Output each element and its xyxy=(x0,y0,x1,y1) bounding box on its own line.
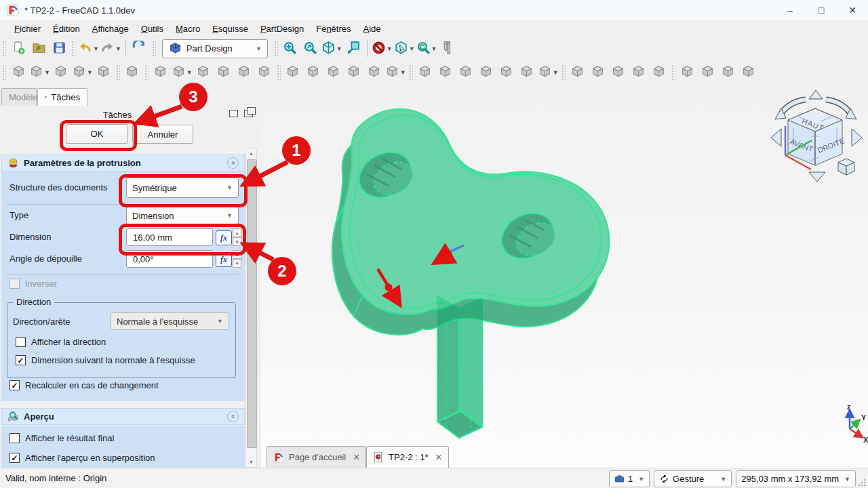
show-result-row[interactable]: Afficher le résultat final xyxy=(9,433,114,443)
measure-button[interactable] xyxy=(439,39,458,59)
fit-all-button[interactable] xyxy=(281,39,300,59)
clipping-plane-button[interactable]: ▼ xyxy=(372,39,393,59)
fillet-button[interactable] xyxy=(589,62,608,83)
show-preview-row[interactable]: Afficher l'aperçu en superposition xyxy=(9,453,155,463)
type-combobox[interactable]: Symétrique▼ xyxy=(126,178,239,198)
tab-model[interactable]: Modèle xyxy=(1,88,37,106)
ok-button[interactable]: OK xyxy=(66,124,128,144)
pad-parameters-header[interactable]: Paramètres de la protrusion » xyxy=(1,155,245,171)
undo-button[interactable]: ▼ xyxy=(78,39,99,59)
show-result-checkbox[interactable] xyxy=(9,433,20,443)
show-preview-checkbox[interactable] xyxy=(9,453,20,463)
close-tab-icon[interactable]: ✕ xyxy=(353,452,360,462)
menu-fentres[interactable]: Fenêtres xyxy=(310,22,357,35)
layer-selector[interactable]: 1▼ xyxy=(609,470,650,487)
tab-document-tp2-2[interactable]: TP2-2 : 1* ✕ xyxy=(366,446,448,468)
make-link-button[interactable]: ▼ xyxy=(72,62,93,83)
open-document-button[interactable] xyxy=(29,39,48,59)
view-dimensions-selector[interactable]: 295,03 mm x 173,92 mm▼ xyxy=(736,470,856,487)
additive-primitive-button[interactable]: ▼ xyxy=(385,62,406,83)
resize-grip[interactable] xyxy=(857,478,867,487)
dimension-input[interactable]: 16,00 mm xyxy=(126,228,213,246)
dock-panel-icon[interactable] xyxy=(229,110,238,117)
minimize-button[interactable]: – xyxy=(774,0,806,20)
save-document-button[interactable] xyxy=(50,39,68,59)
chamfer-button[interactable] xyxy=(609,62,628,83)
sketch-view-section-button[interactable] xyxy=(214,62,233,83)
tab-tasks[interactable]: Tâches xyxy=(37,88,87,106)
length-type-combobox[interactable]: Dimension▼ xyxy=(126,207,239,224)
expression-fx-button[interactable]: fx xyxy=(216,230,232,245)
maximize-button[interactable]: □ xyxy=(806,0,837,20)
redo-button[interactable]: ▼ xyxy=(100,39,121,59)
isometric-view-button[interactable]: ▼ xyxy=(321,39,342,59)
additive-helix-button[interactable] xyxy=(365,62,384,83)
menu-esquisse[interactable]: Esquisse xyxy=(206,22,254,35)
update-view-checkbox[interactable] xyxy=(9,380,20,390)
refresh-button[interactable] xyxy=(130,39,149,59)
validate-sketch-button[interactable] xyxy=(194,62,213,83)
edit-sketch-button[interactable]: ▼ xyxy=(172,62,193,83)
multi-transform-button[interactable] xyxy=(739,62,758,83)
whats-this-button[interactable] xyxy=(123,62,142,83)
model-head[interactable] xyxy=(332,109,609,335)
show-direction-checkbox[interactable] xyxy=(16,337,26,347)
3d-viewport[interactable]: HAUT AVANT DROITE z Y X Page d'accueil xyxy=(261,84,868,468)
subtractive-pipe-button[interactable] xyxy=(497,62,516,83)
box-selection-button[interactable]: ▼ xyxy=(394,39,415,59)
boolean-operation-button[interactable] xyxy=(568,62,587,83)
close-tab-icon[interactable]: ✕ xyxy=(435,452,443,462)
scrollbar-thumb[interactable] xyxy=(247,159,257,448)
menu-fichier[interactable]: Fichier xyxy=(8,22,47,35)
mirrored-button[interactable] xyxy=(698,62,717,83)
update-view-row[interactable]: Recalculer en cas de changement xyxy=(9,380,159,390)
taper-spinner[interactable]: ▲▼ xyxy=(233,250,241,268)
revolution-button[interactable] xyxy=(304,62,323,83)
polar-pattern-button[interactable] xyxy=(719,62,738,83)
menu-macro[interactable]: Macro xyxy=(170,22,206,35)
pocket-button[interactable] xyxy=(416,62,435,83)
additive-loft-button[interactable] xyxy=(324,62,343,83)
menu-dition[interactable]: Édition xyxy=(47,22,86,35)
thickness-button[interactable] xyxy=(650,62,669,83)
navigation-style-selector[interactable]: Gesture▼ xyxy=(654,470,732,487)
close-button[interactable]: ✕ xyxy=(837,0,868,20)
fit-selection-button[interactable] xyxy=(301,39,320,59)
along-normal-checkbox[interactable] xyxy=(16,355,26,365)
expression-fx-button[interactable]: fx xyxy=(216,252,232,267)
subtractive-helix-button[interactable] xyxy=(517,62,536,83)
taper-input[interactable]: 0,00° xyxy=(126,250,213,268)
tab-home-page[interactable]: Page d'accueil ✕ xyxy=(267,446,366,468)
panel-scrollbar[interactable]: ▲ ▼ xyxy=(245,148,257,468)
direction-edge-combobox[interactable]: Normale à l'esquisse▼ xyxy=(111,312,229,330)
view-rotate-button[interactable]: ▼ xyxy=(416,39,437,59)
create-datum-button[interactable]: ▼ xyxy=(29,62,50,83)
pad-button[interactable] xyxy=(283,62,302,83)
subtractive-primitive-button[interactable]: ▼ xyxy=(538,62,559,83)
along-normal-row[interactable]: Dimension suivant la normale à l'esquiss… xyxy=(16,355,195,365)
navigation-cube[interactable]: HAUT AVANT DROITE xyxy=(771,90,862,182)
new-document-button[interactable] xyxy=(9,39,28,59)
menu-affichage[interactable]: Affichage xyxy=(86,22,135,35)
reversed-checkbox[interactable] xyxy=(9,279,20,289)
collapse-section-icon[interactable]: » xyxy=(227,411,239,422)
create-sketch-button[interactable] xyxy=(151,62,170,83)
sync-view-button[interactable] xyxy=(344,39,363,59)
clone-button[interactable] xyxy=(255,62,274,83)
draft-button[interactable] xyxy=(629,62,648,83)
menu-partdesign[interactable]: PartDesign xyxy=(254,22,310,35)
collapse-section-icon[interactable]: » xyxy=(227,157,239,169)
reversed-checkbox-row[interactable]: Inverser xyxy=(9,279,57,289)
dimension-spinner[interactable]: ▲▼ xyxy=(233,228,241,246)
menu-outils[interactable]: Outils xyxy=(135,22,170,35)
show-direction-row[interactable]: Afficher la direction xyxy=(16,337,106,347)
linear-pattern-button[interactable] xyxy=(678,62,697,83)
create-group-button[interactable] xyxy=(52,62,71,83)
groove-button[interactable] xyxy=(456,62,475,83)
workbench-selector[interactable]: Part Design▼ xyxy=(162,39,268,58)
expression-editor-button[interactable] xyxy=(94,62,113,83)
preview-header[interactable]: Aperçu » xyxy=(1,408,245,425)
menu-aide[interactable]: Aide xyxy=(357,22,387,35)
create-body-button[interactable] xyxy=(9,62,28,83)
hole-button[interactable] xyxy=(436,62,455,83)
